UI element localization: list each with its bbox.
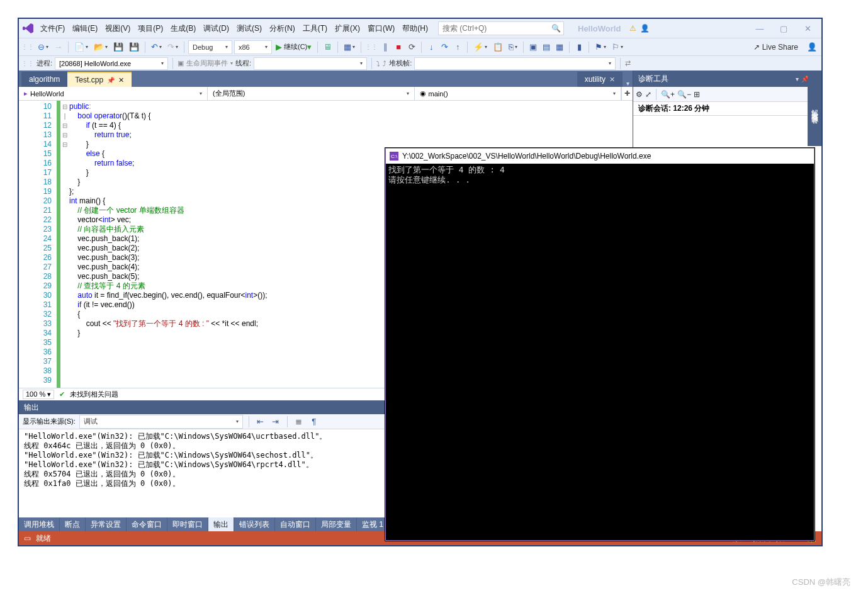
navbar-project[interactable]: ▸HelloWorld: [19, 87, 208, 100]
output-source-combo[interactable]: 调试: [79, 415, 243, 429]
console-titlebar[interactable]: C:\ Y:\002_WorkSpace\002_VS\HelloWorld\H…: [386, 149, 814, 164]
save-button[interactable]: 💾: [111, 40, 125, 54]
config-combo[interactable]: Debug: [188, 40, 232, 54]
btn-c[interactable]: ⎘: [507, 40, 519, 54]
menu-item[interactable]: 工具(T): [299, 21, 331, 37]
menu-item[interactable]: 项目(P): [134, 21, 167, 37]
minimize-button[interactable]: —: [748, 21, 771, 35]
live-share-button[interactable]: ↗ Live Share: [748, 43, 803, 52]
bottom-tab[interactable]: 输出: [208, 517, 234, 531]
undo-button[interactable]: ↶: [149, 40, 164, 54]
reset-zoom-icon[interactable]: ⊞: [694, 90, 700, 99]
menu-item[interactable]: 分析(N): [266, 21, 299, 37]
console-window[interactable]: C:\ Y:\002_WorkSpace\002_VS\HelloWorld\H…: [385, 148, 814, 541]
pin-icon[interactable]: 📌: [107, 77, 115, 84]
split-button[interactable]: ✚: [621, 87, 633, 100]
step-into-button[interactable]: ↓: [426, 40, 437, 54]
new-button[interactable]: 📄: [72, 40, 90, 54]
fold-margin[interactable]: ⊟| ⊟ ⊟ ⊟: [60, 101, 69, 388]
menu-item[interactable]: 生成(B): [167, 21, 200, 37]
menu-item[interactable]: 调试(D): [200, 21, 233, 37]
panel-dropdown-icon[interactable]: ▾: [796, 76, 799, 82]
bottom-tab[interactable]: 断点: [60, 517, 86, 531]
step-over-button[interactable]: ↷: [439, 40, 450, 54]
thread-label: 线程:: [235, 59, 251, 68]
solution-explorer-tab[interactable]: 解决方案资源管: [808, 71, 821, 146]
btn-h[interactable]: ⚑: [593, 40, 608, 54]
tab-xutility[interactable]: xutility ✕: [577, 72, 623, 87]
close-icon[interactable]: ✕: [609, 76, 615, 84]
tab-algorithm[interactable]: algorithm: [21, 72, 67, 87]
indent-left-icon[interactable]: ⇤: [255, 415, 266, 429]
stack-combo[interactable]: [414, 57, 616, 70]
process-label: 进程:: [37, 59, 52, 68]
platform-combo[interactable]: x86: [234, 40, 272, 54]
save-all-button[interactable]: 💾: [127, 40, 141, 54]
redo-button[interactable]: ↷: [166, 40, 180, 54]
bottom-tab[interactable]: 监视 1: [357, 517, 389, 531]
navbar-member[interactable]: ◉main(): [415, 87, 622, 100]
btn-d[interactable]: ▣: [527, 40, 539, 54]
expand-icon[interactable]: ⤢: [645, 90, 651, 99]
nav-back-button[interactable]: ⊖: [36, 40, 50, 54]
stop-button[interactable]: ■: [393, 40, 404, 54]
feedback-icon[interactable]: 👤: [640, 24, 650, 33]
tab-test-cpp[interactable]: Test.cpp 📌 ✕: [67, 72, 132, 87]
maximize-button[interactable]: ▢: [772, 21, 795, 35]
menu-item[interactable]: 扩展(X): [331, 21, 364, 37]
stack-label: 堆栈帧:: [389, 59, 412, 68]
menu-item[interactable]: 帮助(H): [398, 21, 432, 37]
bottom-tab[interactable]: 调用堆栈: [19, 517, 60, 531]
process-combo[interactable]: [20868] HelloWorld.exe: [55, 57, 168, 70]
continue-button[interactable]: ▶ 继续(C) ▾: [274, 40, 313, 54]
btn-b[interactable]: 📋: [491, 40, 505, 54]
zoom-out-icon[interactable]: 🔍−: [677, 90, 691, 99]
btn-a[interactable]: ⚡: [471, 40, 489, 54]
main-toolbar: ⋮⋮ ⊖ → 📄 📂 💾 💾 ↶ ↷ Debug x86 ▶ 继续(C) ▾ 🖥…: [19, 38, 821, 55]
btn-i[interactable]: ⚐: [610, 40, 625, 54]
wrap-icon[interactable]: ¶: [308, 415, 320, 429]
menu-item[interactable]: 测试(S): [233, 21, 266, 37]
lifecycle-label: 生命周期事件: [186, 59, 228, 68]
zoom-combo[interactable]: 100 % ▾: [23, 390, 54, 399]
restart-button[interactable]: ⟳: [406, 40, 417, 54]
navbar-scope[interactable]: (全局范围): [208, 87, 415, 100]
clear-icon[interactable]: ≣: [293, 415, 305, 429]
bottom-tab[interactable]: 自动窗口: [275, 517, 316, 531]
tab-overflow-button[interactable]: ▾: [623, 80, 633, 87]
bottom-tab[interactable]: 异常设置: [86, 517, 127, 531]
pause-button[interactable]: ∥: [380, 40, 391, 54]
warning-icon[interactable]: ⚠: [629, 24, 636, 33]
quick-search[interactable]: 🔍: [438, 21, 564, 35]
thread-combo[interactable]: [254, 57, 367, 70]
btn-f[interactable]: ▦: [554, 40, 565, 54]
menu-item[interactable]: 文件(F): [37, 21, 69, 37]
indent-right-icon[interactable]: ⇥: [270, 415, 281, 429]
account-icon[interactable]: 👤: [805, 40, 819, 54]
bottom-tab[interactable]: 即时窗口: [167, 517, 208, 531]
nav-fwd-button[interactable]: →: [52, 40, 64, 54]
btn-e[interactable]: ▤: [541, 40, 552, 54]
code-navbar: ▸HelloWorld (全局范围) ◉main() ✚: [19, 87, 633, 101]
zoom-in-icon[interactable]: 🔍+: [661, 90, 675, 99]
btn-g[interactable]: ▮: [573, 40, 585, 54]
vs-logo-icon: [21, 21, 35, 35]
close-icon[interactable]: ✕: [118, 76, 124, 84]
menu-item[interactable]: 编辑(E): [69, 21, 101, 37]
close-button[interactable]: ✕: [796, 21, 819, 35]
search-input[interactable]: [439, 24, 549, 33]
attach-button[interactable]: 🖥: [322, 40, 334, 54]
step-out-button[interactable]: ↑: [452, 40, 463, 54]
console-body[interactable]: 找到了第一个等于 4 的数 : 4 请按任意键继续. . .: [386, 164, 814, 186]
output-source-label: 显示输出来源(S):: [23, 417, 76, 426]
ready-icon: ▭: [24, 534, 31, 543]
bottom-tab[interactable]: 命令窗口: [127, 517, 167, 531]
console-title: Y:\002_WorkSpace\002_VS\HelloWorld\Hello…: [402, 152, 651, 161]
gear-icon[interactable]: ⚙: [636, 90, 643, 99]
bottom-tab[interactable]: 局部变量: [316, 517, 357, 531]
bottom-tab[interactable]: 错误列表: [234, 517, 275, 531]
window-button[interactable]: ▦: [342, 40, 357, 54]
menu-item[interactable]: 视图(V): [101, 21, 134, 37]
menu-item[interactable]: 窗口(W): [364, 21, 398, 37]
open-button[interactable]: 📂: [92, 40, 110, 54]
